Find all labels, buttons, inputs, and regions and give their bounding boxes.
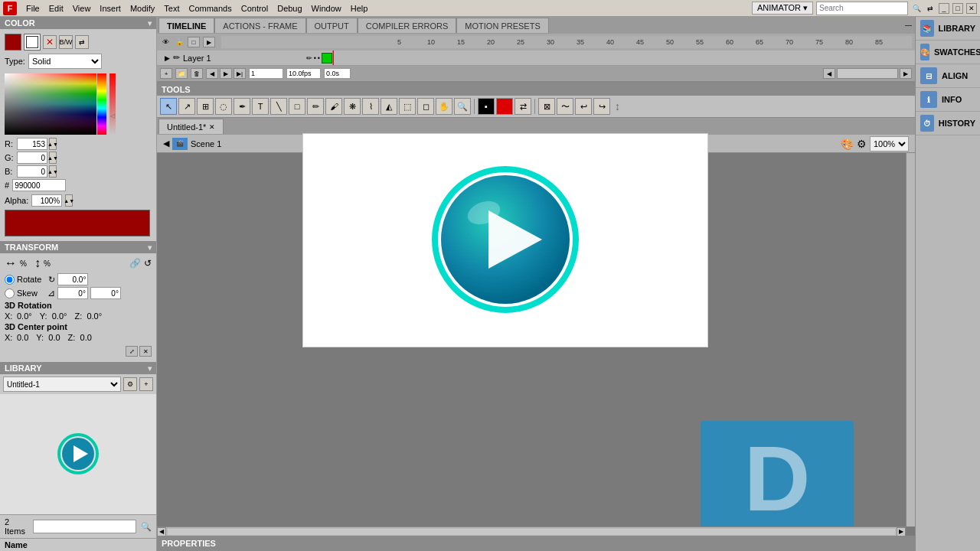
r-arrows[interactable]: ▲▼: [49, 138, 57, 150]
layer-pencil-icon[interactable]: ✏: [306, 54, 312, 62]
library-new-btn[interactable]: +: [139, 377, 153, 391]
skew-v-input[interactable]: [90, 287, 121, 299]
rotate-radio[interactable]: [5, 275, 15, 285]
free-transform-tool[interactable]: ⊞: [197, 98, 214, 115]
bone-tool[interactable]: ⌇: [362, 98, 379, 115]
stage-tab-close[interactable]: ✕: [209, 123, 215, 131]
layer-dot2-icon[interactable]: •: [318, 54, 320, 62]
tl-eye-icon[interactable]: 👁: [160, 37, 171, 47]
search-icon[interactable]: 🔍: [911, 3, 922, 14]
transform-panel-collapse[interactable]: ▾: [148, 243, 152, 252]
canvas-scrollbar-h[interactable]: ◀ ▶: [157, 527, 906, 536]
menu-help[interactable]: Help: [346, 2, 373, 15]
transform-close-btn[interactable]: ✕: [139, 346, 152, 357]
layer-keyframe[interactable]: [322, 53, 332, 64]
menu-edit[interactable]: Edit: [44, 2, 68, 15]
smooth-btn[interactable]: 〜: [557, 98, 573, 115]
menu-insert[interactable]: Insert: [95, 2, 126, 15]
search-input[interactable]: [816, 2, 908, 15]
alpha-arrows[interactable]: ▲▼: [65, 194, 73, 207]
right-history-btn[interactable]: ⏱ HISTORY: [916, 112, 980, 135]
library-search-input[interactable]: [33, 520, 136, 533]
timeline-minimize[interactable]: —: [905, 21, 912, 29]
fps-input[interactable]: [286, 68, 321, 79]
stroke-color-btn[interactable]: ▪: [478, 98, 495, 115]
skew-radio[interactable]: [5, 289, 15, 298]
breadcrumb-back-icon[interactable]: ◀: [163, 139, 169, 148]
snap-align-btn[interactable]: ⊠: [538, 98, 555, 115]
menu-debug[interactable]: Debug: [273, 2, 306, 15]
right-swatches-btn[interactable]: 🎨 SWATCHES: [916, 41, 980, 64]
deco-tool[interactable]: ❋: [344, 98, 361, 115]
scale-link-icon[interactable]: 🔗: [129, 258, 141, 269]
swap-color-btn[interactable]: ⇄: [75, 35, 89, 49]
right-library-btn[interactable]: 📚 LIBRARY: [916, 17, 980, 41]
add-folder-btn[interactable]: 📁: [175, 68, 188, 79]
color-panel-collapse[interactable]: ▾: [148, 19, 152, 28]
scroll-left-btn[interactable]: ◀: [157, 527, 166, 536]
time-input[interactable]: [324, 68, 351, 79]
transform-resize-btn[interactable]: ⤢: [126, 346, 138, 357]
add-layer-btn[interactable]: +: [160, 68, 172, 79]
right-align-btn[interactable]: ⊟ ALIGN: [916, 64, 980, 88]
library-item[interactable]: [57, 433, 100, 475]
layer-arrow[interactable]: ▶: [165, 54, 170, 62]
tl-scrollbar[interactable]: [837, 68, 898, 79]
line-tool[interactable]: ╲: [270, 98, 287, 115]
menu-file[interactable]: File: [21, 2, 44, 15]
delete-layer-btn[interactable]: 🗑: [191, 68, 203, 79]
menu-modify[interactable]: Modify: [126, 2, 159, 15]
menu-text[interactable]: Text: [159, 2, 184, 15]
tab-output[interactable]: OUTPUT: [306, 18, 358, 33]
r-input[interactable]: [17, 138, 47, 150]
rect-tool[interactable]: □: [289, 98, 305, 115]
eraser-tool[interactable]: ◻: [417, 98, 434, 115]
maximize-button[interactable]: □: [952, 3, 963, 14]
eyedropper-tool[interactable]: ⬚: [399, 98, 416, 115]
library-settings-btn[interactable]: ⚙: [123, 377, 137, 391]
timeline-ruler[interactable]: 5 10 15 20 25 30 35 40 45 50 55 60 65 70: [221, 36, 912, 48]
scale-reset-icon[interactable]: ↺: [144, 258, 152, 269]
subselect-tool[interactable]: ↗: [178, 98, 195, 115]
hue-strip[interactable]: [97, 73, 106, 135]
b-arrows[interactable]: ▲▼: [49, 165, 57, 178]
stage-tab[interactable]: Untitled-1* ✕: [158, 119, 224, 134]
fill-color-btn[interactable]: [496, 98, 513, 115]
b-input[interactable]: [17, 165, 47, 178]
tl-playhead-btn[interactable]: ▶: [203, 37, 215, 47]
layer-name[interactable]: Layer 1: [183, 54, 211, 63]
alpha-strip[interactable]: [109, 73, 116, 135]
select-tool[interactable]: ↖: [160, 98, 177, 115]
paint-bucket-tool[interactable]: ◭: [381, 98, 397, 115]
canvas-scrollbar-v[interactable]: [906, 153, 915, 527]
menu-control[interactable]: Control: [237, 2, 273, 15]
undo-btn[interactable]: ↩: [575, 98, 592, 115]
tab-actions[interactable]: ACTIONS - FRAME: [214, 18, 305, 33]
minimize-button[interactable]: _: [939, 3, 949, 14]
next-frame-btn[interactable]: ▶|: [234, 68, 246, 79]
swap-colors-btn[interactable]: ⇄: [514, 98, 531, 115]
tl-lock-icon[interactable]: 🔒: [174, 37, 185, 47]
right-info-btn[interactable]: ℹ INFO: [916, 88, 980, 112]
no-color-btn[interactable]: ✕: [43, 35, 57, 49]
color-type-select[interactable]: Solid Linear gradient Radial gradient Bi…: [28, 54, 102, 69]
alpha-input[interactable]: [31, 194, 62, 207]
close-button[interactable]: ✕: [966, 3, 977, 14]
stage-settings-icon[interactable]: ⚙: [857, 138, 867, 150]
lasso-tool[interactable]: ◌: [215, 98, 232, 115]
hex-input[interactable]: [12, 179, 66, 191]
skew-h-input[interactable]: [57, 287, 88, 299]
tab-motion-presets[interactable]: MOTION PRESETS: [456, 18, 548, 33]
library-doc-select[interactable]: Untitled-1: [3, 377, 121, 392]
g-arrows[interactable]: ▲▼: [49, 152, 57, 164]
redo-btn[interactable]: ↪: [593, 98, 610, 115]
play-btn[interactable]: ▶: [220, 68, 232, 79]
sync-icon[interactable]: ⇄: [925, 3, 936, 14]
frame-input[interactable]: [249, 68, 283, 79]
brush-tool[interactable]: 🖌: [325, 98, 342, 115]
tl-frame-btn[interactable]: □: [188, 37, 200, 47]
breadcrumb-scene[interactable]: Scene 1: [191, 139, 221, 148]
library-panel-collapse[interactable]: ▾: [148, 364, 152, 373]
tl-scroll-right[interactable]: ▶: [900, 68, 912, 79]
pen-tool[interactable]: ✒: [234, 98, 250, 115]
